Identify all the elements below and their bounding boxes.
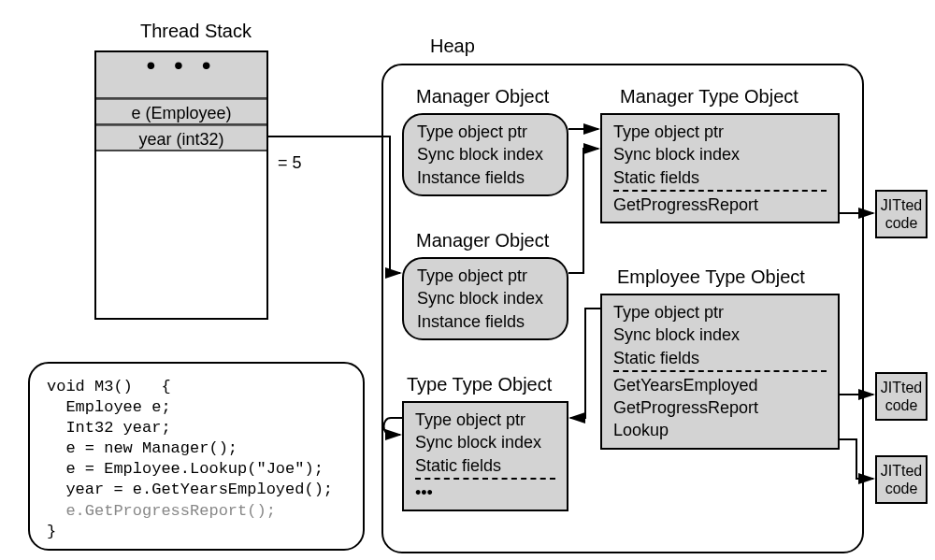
code-l3: e = new Manager();: [47, 439, 237, 457]
jit-1a: JITted: [877, 196, 926, 214]
jit-2a: JITted: [877, 379, 926, 396]
employee-type-object: Type object ptr Sync block index Static …: [600, 294, 840, 450]
manager-object-1: Type object ptr Sync block index Instanc…: [402, 113, 568, 196]
stack-row-year: year (int32): [96, 125, 266, 151]
mto-sync-block: Sync block index: [613, 143, 827, 165]
mgr2-sync-block: Sync block index: [417, 287, 554, 309]
mgr1-sync-block: Sync block index: [417, 143, 554, 165]
eto-method-3: Lookup: [613, 419, 827, 441]
mto-dashline: [613, 190, 827, 192]
eto-dashline: [613, 370, 827, 372]
manager-object-2-title: Manager Object: [416, 230, 549, 251]
eto-method-2: GetProgressReport: [613, 396, 827, 419]
jit-2b: code: [877, 396, 926, 414]
eto-type-ptr: Type object ptr: [613, 301, 827, 323]
type-type-object-title: Type Type Object: [407, 374, 552, 395]
employee-type-object-title: Employee Type Object: [617, 266, 805, 288]
mto-type-ptr: Type object ptr: [613, 121, 827, 143]
mto-static-fields: Static fields: [613, 166, 827, 189]
heap-title: Heap: [430, 36, 475, 57]
eto-sync-block: Sync block index: [613, 323, 827, 346]
tto-sync-block: Sync block index: [415, 431, 555, 453]
mgr2-instance-fields: Instance fields: [417, 310, 554, 333]
eto-static-fields: Static fields: [613, 347, 827, 369]
jit-1b: code: [877, 214, 926, 232]
manager-object-1-title: Manager Object: [416, 86, 549, 108]
jit-3b: code: [877, 480, 926, 497]
stack-dots: • • •: [96, 52, 266, 99]
mgr1-type-ptr: Type object ptr: [417, 121, 554, 143]
stack-row-e: e (Employee): [96, 99, 266, 125]
stack-year-value: = 5: [278, 153, 302, 173]
jit-3a: JITted: [877, 462, 926, 480]
code-sig: void M3() {: [47, 378, 171, 395]
code-end: }: [47, 523, 56, 540]
jit-box-3: JITted code: [875, 455, 928, 504]
code-box: void M3() { Employee e; Int32 year; e = …: [28, 362, 365, 551]
mto-method-1: GetProgressReport: [613, 194, 827, 216]
jit-box-2: JITted code: [875, 372, 928, 421]
code-l4: e = Employee.Lookup("Joe");: [47, 460, 324, 478]
tto-dots: •••: [415, 481, 555, 504]
manager-type-object: Type object ptr Sync block index Static …: [600, 113, 840, 223]
code-l2: Int32 year;: [47, 419, 171, 437]
manager-type-object-title: Manager Type Object: [620, 86, 798, 108]
tto-type-ptr: Type object ptr: [415, 409, 555, 431]
jit-box-1: JITted code: [875, 190, 928, 238]
thread-stack-title: Thread Stack: [140, 21, 252, 42]
tto-static-fields: Static fields: [415, 454, 555, 477]
manager-object-2: Type object ptr Sync block index Instanc…: [402, 257, 568, 340]
type-type-object: Type object ptr Sync block index Static …: [402, 401, 568, 511]
thread-stack-box: • • • e (Employee) year (int32): [94, 50, 268, 320]
mgr1-instance-fields: Instance fields: [417, 166, 554, 189]
eto-method-1: GetYearsEmployed: [613, 374, 827, 396]
code-l5: year = e.GetYearsEmployed();: [47, 481, 333, 498]
mgr2-type-ptr: Type object ptr: [417, 265, 554, 287]
code-highlight: e.GetProgressReport();: [47, 502, 276, 520]
tto-dashline: [415, 478, 555, 480]
code-l1: Employee e;: [47, 398, 171, 416]
